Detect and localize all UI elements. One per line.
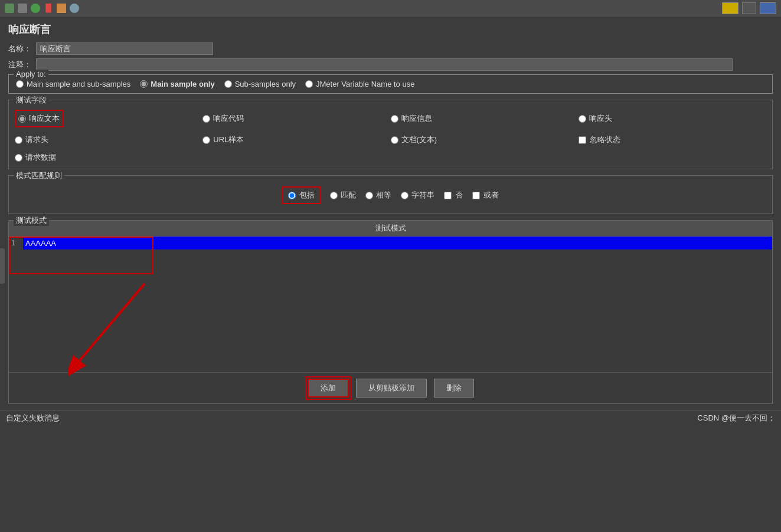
line-text-1: AAAAAA <box>23 238 58 249</box>
pattern-string[interactable]: 字符串 <box>401 190 434 201</box>
field-document-text-label: 文档(文本) <box>401 134 437 145</box>
debug-icon[interactable] <box>57 4 66 13</box>
apply-main-sub-label: Main sample and sub-samples <box>27 80 130 88</box>
bottom-label: 自定义失败消息 <box>6 413 60 423</box>
field-response-text-label: 响应文本 <box>29 113 60 124</box>
field-request-data-label: 请求数据 <box>25 152 56 163</box>
play-icon[interactable] <box>31 4 40 13</box>
bottom-credit: CSDN @便一去不回； <box>697 413 775 423</box>
field-document-text[interactable]: 文档(文本) <box>391 134 579 145</box>
pattern-not-label: 否 <box>455 190 463 201</box>
field-response-code-label: 响应代码 <box>213 113 244 124</box>
comment-input[interactable] <box>36 58 733 71</box>
settings-icon[interactable] <box>70 4 79 13</box>
field-request-header[interactable]: 请求头 <box>15 134 202 145</box>
delete-button[interactable]: 删除 <box>434 379 474 398</box>
test-mode-section: 测试模式 测试模式 1 AAAAAA <box>8 220 773 404</box>
apply-to-section: Apply to: Main sample and sub-samples Ma… <box>8 74 773 94</box>
pattern-or[interactable]: 或者 <box>472 190 499 201</box>
pattern-equal-label: 相等 <box>376 190 391 201</box>
test-mode-header: 测试模式 <box>9 221 772 237</box>
name-row: 名称： <box>8 42 773 55</box>
user-icon[interactable] <box>742 2 756 14</box>
editor-line-1[interactable]: 1 AAAAAA <box>9 237 772 249</box>
help-icon[interactable] <box>760 2 776 14</box>
apply-main-only-label: Main sample only <box>151 80 214 88</box>
pattern-match[interactable]: 匹配 <box>330 190 356 201</box>
page-title: 响应断言 <box>8 22 773 37</box>
button-row: 添加 从剪贴板添加 删除 <box>9 372 772 403</box>
paste-button[interactable]: 从剪贴板添加 <box>356 379 427 398</box>
pattern-contains-label: 包括 <box>299 190 315 201</box>
name-input[interactable] <box>36 42 213 55</box>
toolbar-icon-1[interactable] <box>5 4 14 13</box>
toolbar-icon-2[interactable] <box>18 4 27 13</box>
pattern-contains[interactable]: 包括 <box>282 186 321 204</box>
name-label: 名称： <box>8 44 31 54</box>
bottom-bar: 自定义失败消息 CSDN @便一去不回； <box>0 410 781 426</box>
pattern-or-label: 或者 <box>483 190 499 201</box>
selected-line-1[interactable]: AAAAAA <box>23 237 772 249</box>
svg-line-1 <box>80 284 145 360</box>
field-response-header-label: 响应头 <box>589 113 612 124</box>
field-ignore-status-label: 忽略状态 <box>590 134 620 145</box>
stop-icon[interactable] <box>44 4 53 13</box>
pattern-radio-group: 包括 匹配 相等 字符串 否 或者 <box>15 179 766 208</box>
test-mode-legend: 测试模式 <box>14 215 49 226</box>
comment-label: 注释： <box>8 60 31 70</box>
add-button[interactable]: 添加 <box>308 379 349 398</box>
field-request-data[interactable]: 请求数据 <box>15 152 202 163</box>
field-response-header[interactable]: 响应头 <box>579 110 766 127</box>
pattern-match-label: 匹配 <box>341 190 356 201</box>
test-mode-editor[interactable]: 1 AAAAAA <box>9 237 772 372</box>
line-number-1: 1 <box>9 237 23 249</box>
apply-jmeter-var[interactable]: JMeter Variable Name to use <box>305 80 414 88</box>
pattern-matching-section: 模式匹配规则 包括 匹配 相等 字符串 否 <box>8 175 773 214</box>
warning-icon <box>722 2 738 14</box>
apply-jmeter-var-label: JMeter Variable Name to use <box>316 80 414 88</box>
test-field-legend: 测试字段 <box>14 95 49 106</box>
apply-main-sub[interactable]: Main sample and sub-samples <box>16 80 130 88</box>
comment-row: 注释： <box>8 58 773 71</box>
toolbar <box>0 0 781 17</box>
apply-main-only[interactable]: Main sample only <box>140 80 214 88</box>
apply-sub-only[interactable]: Sub-samples only <box>224 80 296 88</box>
apply-to-radio-group: Main sample and sub-samples Main sample … <box>16 80 765 88</box>
apply-sub-only-label: Sub-samples only <box>235 80 296 88</box>
field-url-sample[interactable]: URL样本 <box>202 134 390 145</box>
pattern-not[interactable]: 否 <box>444 190 463 201</box>
field-response-text[interactable]: 响应文本 <box>15 110 63 127</box>
field-request-header-label: 请求头 <box>25 134 48 145</box>
apply-to-legend: Apply to: <box>14 70 48 78</box>
test-field-section: 测试字段 响应文本 响应代码 响应信息 响应头 请求头 <box>8 100 773 169</box>
annotation-arrow <box>68 266 198 384</box>
field-response-info[interactable]: 响应信息 <box>391 110 579 127</box>
field-ignore-status[interactable]: 忽略状态 <box>579 134 766 145</box>
pattern-equal[interactable]: 相等 <box>365 190 391 201</box>
field-response-code[interactable]: 响应代码 <box>202 110 390 127</box>
pattern-string-label: 字符串 <box>411 190 434 201</box>
main-content: 响应断言 名称： 注释： Apply to: Main sample and s… <box>0 17 781 410</box>
field-response-info-label: 响应信息 <box>401 113 432 124</box>
field-url-sample-label: URL样本 <box>213 134 244 145</box>
pattern-legend: 模式匹配规则 <box>14 170 64 181</box>
drag-handle[interactable] <box>0 248 5 284</box>
